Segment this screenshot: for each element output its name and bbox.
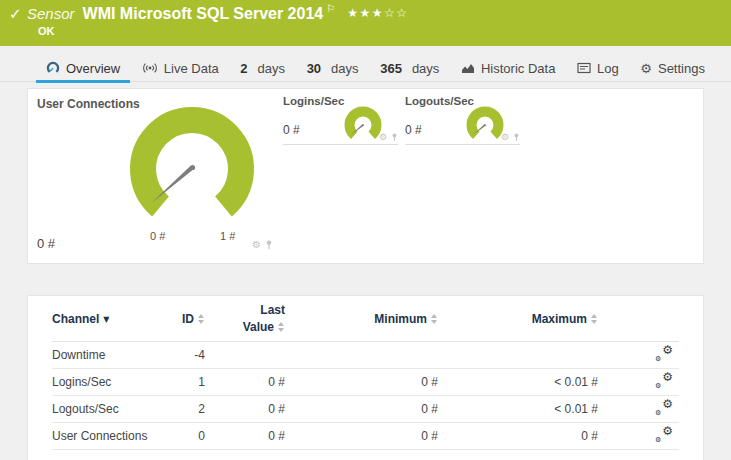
channel-settings-gears-icon[interactable]: ⚙⚙ [655, 427, 673, 443]
channel-settings-gear-icon[interactable]: ⚙ [501, 133, 509, 142]
logins-gauge-value: 0 # [283, 123, 300, 137]
table-header-row: Channel▼ ID Last Value Minimum Maximum [52, 296, 679, 342]
logins-gauge-title: Logins/Sec [283, 95, 344, 107]
column-header-minimum[interactable]: Minimum [285, 312, 438, 326]
live-data-icon [142, 62, 158, 74]
pin-primary-channel-icon[interactable] [391, 133, 398, 142]
tab-365-days-number: 365 [380, 61, 402, 76]
logouts-gauge-value: 0 # [405, 123, 422, 137]
gauge-icon [46, 61, 60, 75]
tab-overview[interactable]: Overview [36, 55, 130, 82]
tab-2-days-number: 2 [240, 61, 247, 76]
channel-id: -4 [162, 348, 205, 362]
gauge-scale-max: 1 # [220, 230, 235, 242]
tab-365-days[interactable]: 365 days [370, 55, 449, 82]
log-icon [577, 62, 591, 74]
tab-2-days[interactable]: 2 days [230, 55, 295, 82]
sort-toggle-icon [198, 314, 205, 324]
tab-historic-data[interactable]: Historic Data [451, 55, 565, 82]
channel-settings-gears-icon[interactable]: ⚙⚙ [655, 346, 673, 362]
page-title: WMI Microsoft SQL Server 2014 [83, 5, 324, 22]
primary-gauge-value: 0 # [37, 236, 55, 251]
channel-maximum: < 0.01 # [438, 375, 598, 389]
tab-30-days-number: 30 [307, 61, 321, 76]
tab-settings[interactable]: ⚙ Settings [630, 55, 715, 82]
tab-bar: Overview Live Data 2 days 30 days 365 da… [0, 55, 731, 82]
sort-desc-icon: ▼ [103, 315, 109, 324]
column-header-id[interactable]: ID [162, 312, 205, 326]
channel-last-value: 0 # [205, 375, 285, 389]
sort-toggle-icon [591, 314, 598, 324]
channel-id: 1 [162, 375, 205, 389]
sensor-status-bar: ✓ SensorWMI Microsoft SQL Server 2014⚐★★… [0, 0, 731, 46]
table-row: Logouts/Sec 2 0 # 0 # < 0.01 # ⚙⚙ [52, 396, 679, 423]
table-row: Downtime -4 ⚙⚙ [52, 342, 679, 369]
channel-link[interactable]: Downtime [52, 348, 162, 362]
sensor-kind-label: Sensor [27, 5, 75, 22]
tab-365-days-label: days [412, 61, 439, 76]
tab-30-days[interactable]: 30 days [297, 55, 369, 82]
table-row: User Connections 0 0 # 0 # 0 # ⚙⚙ [52, 423, 679, 450]
channel-maximum: 0 # [438, 429, 598, 443]
pin-primary-channel-icon[interactable] [265, 240, 273, 250]
channel-link[interactable]: Logins/Sec [52, 375, 162, 389]
channel-id: 0 [162, 429, 205, 443]
channel-last-value: 0 # [205, 429, 285, 443]
channels-table-panel: Channel▼ ID Last Value Minimum Maximum D… [27, 295, 704, 460]
table-row: Logins/Sec 1 0 # 0 # < 0.01 # ⚙⚙ [52, 369, 679, 396]
logins-gauge-block: Logins/Sec 0 # ⚙ [283, 95, 398, 145]
tab-log-label: Log [597, 61, 619, 76]
user-connections-gauge [114, 95, 270, 245]
column-header-channel[interactable]: Channel▼ [52, 312, 162, 326]
channel-settings-gear-icon[interactable]: ⚙ [379, 133, 387, 142]
channel-last-value: 0 # [205, 402, 285, 416]
tab-live-data-label: Live Data [164, 61, 219, 76]
channel-id: 2 [162, 402, 205, 416]
tab-overview-label: Overview [66, 61, 120, 76]
channel-link[interactable]: User Connections [52, 429, 162, 443]
tab-30-days-label: days [331, 61, 358, 76]
tab-log[interactable]: Log [567, 55, 629, 82]
tab-historic-data-label: Historic Data [481, 61, 555, 76]
priority-stars[interactable]: ★★★☆☆ [347, 6, 408, 20]
chart-icon [461, 62, 475, 74]
channel-settings-gear-icon[interactable]: ⚙ [252, 240, 261, 250]
settings-gear-icon: ⚙ [640, 62, 652, 75]
column-header-maximum[interactable]: Maximum [438, 312, 598, 326]
tab-2-days-label: days [258, 61, 285, 76]
channel-link[interactable]: Logouts/Sec [52, 402, 162, 416]
channel-minimum: 0 # [285, 429, 438, 443]
tab-live-data[interactable]: Live Data [132, 55, 229, 82]
channel-settings-gears-icon[interactable]: ⚙⚙ [655, 400, 673, 416]
channel-minimum: 0 # [285, 375, 438, 389]
sort-toggle-icon [278, 322, 285, 332]
channel-maximum: < 0.01 # [438, 402, 598, 416]
pin-primary-channel-icon[interactable] [513, 133, 520, 142]
gauge-scale-min: 0 # [150, 230, 165, 242]
priority-flag-icon[interactable]: ⚐ [326, 3, 335, 14]
sort-toggle-icon [431, 314, 438, 324]
channel-minimum: 0 # [285, 402, 438, 416]
status-badge: OK [38, 25, 55, 37]
tab-settings-label: Settings [658, 61, 705, 76]
ok-check-icon: ✓ [9, 5, 22, 23]
logouts-gauge-block: Logouts/Sec 0 # ⚙ [405, 95, 520, 145]
gauges-panel: User Connections 0 # 1 # 0 # ⚙ Logins/Se… [27, 88, 704, 264]
channel-settings-gears-icon[interactable]: ⚙⚙ [655, 373, 673, 389]
column-header-last-value[interactable]: Last Value [205, 302, 285, 334]
